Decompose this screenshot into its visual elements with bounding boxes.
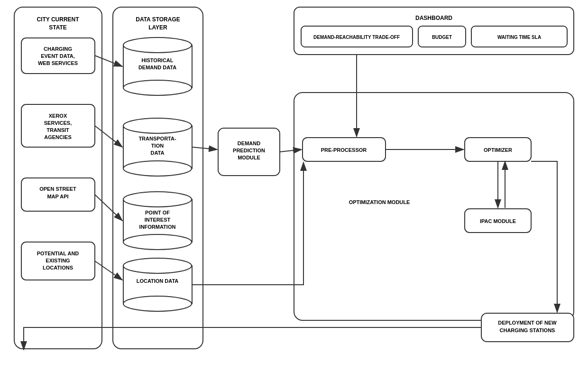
svg-text:MODULE: MODULE [238, 155, 260, 160]
svg-point-23 [123, 80, 192, 95]
svg-text:LOCATIONS: LOCATIONS [43, 265, 73, 270]
svg-point-22 [123, 37, 192, 53]
svg-text:LAYER: LAYER [148, 24, 167, 31]
svg-point-33 [123, 192, 192, 207]
svg-text:BUDGET: BUDGET [432, 35, 452, 40]
svg-text:EVENT DATA,: EVENT DATA, [41, 53, 75, 59]
svg-text:DEMAND-REACHABILITY TRADE-OFF: DEMAND-REACHABILITY TRADE-OFF [313, 35, 400, 40]
svg-text:DEMAND DATA: DEMAND DATA [138, 65, 176, 70]
svg-text:WEB SERVICES: WEB SERVICES [38, 60, 78, 66]
svg-point-28 [123, 161, 192, 176]
svg-text:AGENCIES: AGENCIES [44, 134, 71, 140]
svg-point-27 [123, 118, 192, 133]
svg-point-40 [123, 296, 192, 311]
svg-text:IPAC MODULE: IPAC MODULE [480, 218, 516, 224]
svg-text:STATE: STATE [49, 24, 67, 31]
svg-point-34 [123, 234, 192, 250]
svg-text:DASHBOARD: DASHBOARD [415, 15, 452, 21]
svg-text:POTENTIAL AND: POTENTIAL AND [37, 251, 79, 256]
svg-text:SERVICES,: SERVICES, [44, 120, 72, 126]
svg-text:OPEN STREET: OPEN STREET [39, 186, 76, 192]
svg-text:LOCATION DATA: LOCATION DATA [137, 278, 179, 284]
svg-text:CHARGING STATIONS: CHARGING STATIONS [500, 327, 555, 333]
diagram-container: CITY CURRENT STATE CHARGING EVENT DATA, … [0, 0, 588, 373]
svg-text:TRANSIT: TRANSIT [46, 127, 69, 133]
svg-text:DEPLOYMENT OF NEW: DEPLOYMENT OF NEW [498, 320, 557, 326]
svg-point-39 [123, 258, 192, 273]
svg-text:WAITING TIME SLA: WAITING TIME SLA [497, 35, 541, 40]
svg-text:PREDICTION: PREDICTION [233, 148, 265, 153]
svg-rect-54 [294, 93, 574, 320]
svg-text:XEROX: XEROX [49, 113, 67, 119]
svg-text:OPTIMIZATION MODULE: OPTIMIZATION MODULE [349, 199, 410, 205]
svg-text:DATA: DATA [151, 150, 165, 156]
svg-text:HISTORICAL: HISTORICAL [141, 57, 173, 63]
svg-text:MAP API: MAP API [47, 194, 68, 199]
svg-text:INTEREST: INTEREST [145, 217, 171, 223]
diagram-svg: CITY CURRENT STATE CHARGING EVENT DATA, … [0, 0, 588, 373]
svg-text:CHARGING: CHARGING [44, 46, 72, 52]
svg-text:DEMAND: DEMAND [238, 140, 260, 146]
svg-text:PRE-PROCESSOR: PRE-PROCESSOR [321, 147, 367, 153]
svg-text:DATA STORAGE: DATA STORAGE [136, 16, 180, 23]
svg-text:TRANSPORTA-: TRANSPORTA- [138, 136, 176, 141]
svg-text:TION: TION [151, 143, 164, 149]
svg-text:OPTIMIZER: OPTIMIZER [484, 147, 512, 153]
svg-text:INFORMATION: INFORMATION [139, 224, 176, 230]
svg-text:POINT OF: POINT OF [145, 210, 170, 215]
svg-rect-6 [21, 104, 95, 147]
city-current-state-label: CITY CURRENT [37, 16, 79, 23]
svg-text:EXISTING: EXISTING [46, 258, 70, 263]
